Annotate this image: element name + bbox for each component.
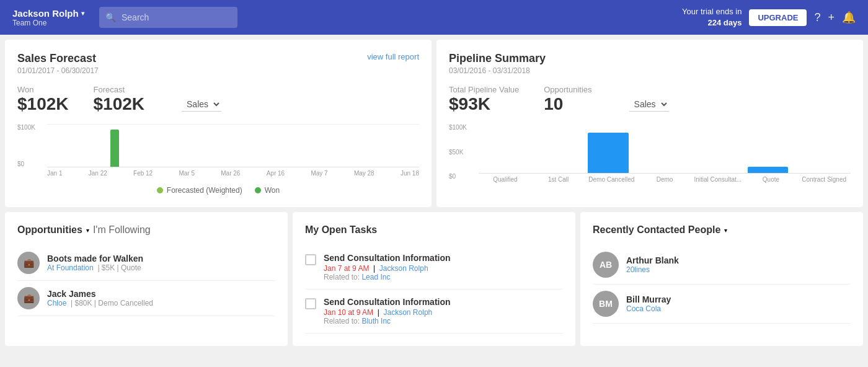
pipeline-metrics-row: Total Pipeline Value $93K Opportunities … bbox=[449, 85, 851, 114]
won-bar bbox=[110, 130, 119, 167]
sales-forecast-date: 01/01/2017 - 06/30/2017 bbox=[17, 66, 419, 75]
person-item-1: AB Arthur Blank 20lines bbox=[593, 245, 851, 285]
task-related-link-1[interactable]: Lead Inc bbox=[361, 273, 390, 281]
pipeline-chart: $100K $50K $0 Qualified 1st Call Demo Ca… bbox=[449, 124, 851, 192]
trial-text: Your trial ends in bbox=[682, 6, 742, 17]
task-person-1[interactable]: Jackson Rolph bbox=[379, 264, 428, 273]
stage-quote: Quote bbox=[745, 176, 798, 183]
person-item-2: BM Bill Murray Coca Cola bbox=[593, 285, 851, 324]
opps-count: 10 bbox=[544, 94, 591, 114]
opp-details-2: Jack James Chloe | $80K | Demo Cancelled bbox=[47, 289, 153, 307]
x-label-jun18: Jun 18 bbox=[401, 170, 419, 177]
opp-item-1: 💼 Boots made for Walken At Foundation | … bbox=[17, 245, 275, 281]
x-label-mar5: Mar 5 bbox=[179, 170, 195, 177]
py-label-100k: $100K bbox=[449, 124, 467, 131]
chart-y-labels: $100K $0 bbox=[17, 124, 35, 167]
trial-info: Your trial ends in 224 days bbox=[682, 6, 742, 29]
task-person-2[interactable]: Jackson Rolph bbox=[384, 308, 433, 317]
task-checkbox-1[interactable] bbox=[305, 254, 316, 265]
people-title: Recently Contacted People bbox=[593, 224, 720, 236]
open-tasks-card: My Open Tasks Send Consultation Informat… bbox=[293, 212, 575, 346]
task-related-2: Related to: Bluth Inc bbox=[324, 317, 451, 325]
user-menu[interactable]: Jackson Rolph ▾ Team One bbox=[12, 8, 87, 27]
task-meta-1: Jan 7 at 9 AM | Jackson Rolph bbox=[324, 264, 451, 273]
x-label-feb12: Feb 12 bbox=[133, 170, 153, 177]
quote-bar bbox=[748, 167, 789, 173]
won-dot bbox=[255, 187, 261, 193]
grid-line-top bbox=[47, 124, 419, 125]
y-label-100k: $100K bbox=[17, 124, 35, 131]
view-full-report-link[interactable]: view full report bbox=[367, 52, 419, 61]
total-value: $93K bbox=[449, 94, 519, 114]
stage-demo-cancelled: Demo Cancelled bbox=[585, 176, 638, 183]
opportunities-chevron[interactable]: ▾ bbox=[86, 227, 89, 234]
demo-cancelled-bar bbox=[588, 133, 629, 173]
legend-won-label: Won bbox=[265, 186, 280, 195]
opp-icon-2: 💼 bbox=[17, 287, 40, 309]
y-label-0: $0 bbox=[17, 161, 35, 167]
sales-dropdown[interactable]: Sales bbox=[182, 97, 221, 112]
task-checkbox-2[interactable] bbox=[305, 298, 316, 309]
opp-detail-1: At Foundation | $5K | Quote bbox=[47, 263, 143, 272]
py-label-50k: $50K bbox=[449, 149, 467, 156]
search-icon: 🔍 bbox=[105, 12, 116, 22]
pipeline-x-labels: Qualified 1st Call Demo Cancelled Demo I… bbox=[479, 176, 851, 183]
task-item-1: Send Consultation Information Jan 7 at 9… bbox=[305, 245, 563, 290]
opportunities-metric: Opportunities 10 bbox=[544, 85, 591, 114]
opportunities-header: Opportunities ▾ I'm Following bbox=[17, 224, 275, 236]
app-header: Jackson Rolph ▾ Team One 🔍 Your trial en… bbox=[0, 0, 868, 35]
x-label-mar26: Mar 26 bbox=[221, 170, 240, 177]
stage-qualified: Qualified bbox=[479, 176, 532, 183]
person-details-1: Arthur Blank 20lines bbox=[626, 255, 679, 274]
opp-company-1[interactable]: At Foundation bbox=[47, 263, 94, 272]
person-company-1[interactable]: 20lines bbox=[626, 265, 679, 274]
sales-forecast-title: Sales Forecast bbox=[17, 52, 419, 65]
forecast-label: Forecast bbox=[94, 85, 145, 94]
upgrade-button[interactable]: UPGRADE bbox=[749, 9, 807, 26]
person-details-2: Bill Murray Coca Cola bbox=[626, 294, 671, 313]
tasks-header: My Open Tasks bbox=[305, 224, 563, 236]
opp-details-1: Boots made for Walken At Foundation | $5… bbox=[47, 254, 143, 272]
forecast-metric: Forecast $102K bbox=[94, 85, 145, 114]
main-content: Sales Forecast 01/01/2017 - 06/30/2017 v… bbox=[0, 35, 868, 351]
person-name-2: Bill Murray bbox=[626, 294, 671, 304]
task-item-2: Send Consultation Information Jan 10 at … bbox=[305, 290, 563, 334]
opp-name-1: Boots made for Walken bbox=[47, 254, 143, 263]
avatar-ab: AB bbox=[593, 252, 619, 278]
opp-detail-2: Chloe | $80K | Demo Cancelled bbox=[47, 299, 153, 307]
stage-initial-consult: Initial Consultat... bbox=[691, 176, 745, 183]
notification-icon[interactable]: 🔔 bbox=[842, 11, 856, 24]
bottom-row: Opportunities ▾ I'm Following 💼 Boots ma… bbox=[5, 212, 863, 346]
total-pipeline-metric: Total Pipeline Value $93K bbox=[449, 85, 519, 114]
x-label-apr16: Apr 16 bbox=[267, 170, 285, 177]
header-right: Your trial ends in 224 days UPGRADE ? + … bbox=[682, 6, 856, 29]
task-related-link-2[interactable]: Bluth Inc bbox=[361, 317, 391, 325]
add-icon[interactable]: + bbox=[828, 11, 835, 24]
search-container: 🔍 bbox=[99, 7, 670, 28]
search-input[interactable] bbox=[99, 7, 237, 28]
people-chevron[interactable]: ▾ bbox=[724, 227, 727, 234]
chart-area bbox=[47, 124, 419, 167]
person-name-1: Arthur Blank bbox=[626, 255, 679, 265]
following-label: I'm Following bbox=[93, 224, 151, 236]
trial-days: 224 days bbox=[682, 17, 742, 29]
chart-legend: Forecasted (Weighted) Won bbox=[17, 186, 419, 195]
won-value: $102K bbox=[17, 94, 69, 114]
total-label: Total Pipeline Value bbox=[449, 85, 519, 94]
opp-name-2: Jack James bbox=[47, 289, 153, 299]
forecasted-dot bbox=[157, 187, 163, 193]
help-icon[interactable]: ? bbox=[814, 11, 820, 24]
stage-contract-signed: Contract Signed bbox=[797, 176, 851, 183]
recently-contacted-card: Recently Contacted People ▾ AB Arthur Bl… bbox=[580, 212, 863, 346]
pipeline-dropdown[interactable]: Sales bbox=[629, 97, 669, 112]
task-content-2: Send Consultation Information Jan 10 at … bbox=[324, 297, 451, 325]
sales-chart: $100K $0 Jan 1 Jan 22 Feb 12 Mar 5 Mar 2… bbox=[17, 124, 419, 180]
metrics-row: Won $102K Forecast $102K Sales bbox=[17, 85, 419, 114]
won-label: Won bbox=[17, 85, 69, 94]
opp-company-2[interactable]: Chloe bbox=[47, 299, 66, 307]
stage-demo: Demo bbox=[638, 176, 691, 183]
legend-won: Won bbox=[255, 186, 280, 195]
x-label-jan1: Jan 1 bbox=[47, 170, 62, 177]
user-name: Jackson Rolph bbox=[12, 8, 79, 19]
person-company-2[interactable]: Coca Cola bbox=[626, 304, 671, 313]
